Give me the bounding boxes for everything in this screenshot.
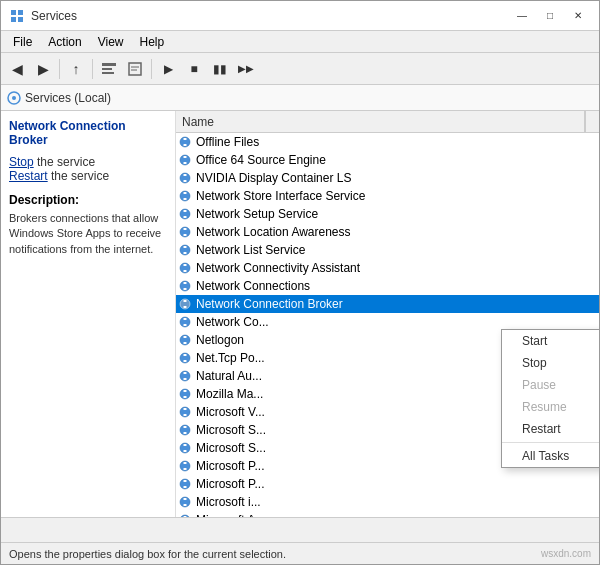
service-row[interactable]: Network Connectivity Assistant (176, 259, 599, 277)
toolbar: ◀ ▶ ↑ ▶ ■ ▮▮ ▶▶ (1, 53, 599, 85)
service-name: Network Setup Service (196, 207, 318, 221)
service-name: Natural Au... (196, 369, 262, 383)
service-name: Net.Tcp Po... (196, 351, 265, 365)
service-name: Network List Service (196, 243, 305, 257)
restart-service-button[interactable]: ▶▶ (234, 57, 258, 81)
address-bar: Services (Local) (1, 85, 599, 111)
title-bar-left: Services (9, 8, 77, 24)
scroll-header-spacer (585, 111, 599, 132)
service-icon (178, 369, 192, 383)
svg-rect-20 (184, 180, 187, 182)
pause-service-button[interactable]: ▮▮ (208, 57, 232, 81)
svg-rect-14 (184, 144, 187, 146)
ctx-item-start[interactable]: Start (502, 330, 599, 352)
svg-rect-50 (184, 360, 187, 362)
svg-rect-4 (102, 63, 116, 66)
title-bar: Services — □ ✕ (1, 1, 599, 31)
svg-rect-53 (184, 378, 187, 380)
restart-suffix: the service (51, 169, 109, 183)
service-row[interactable]: Network Connection Broker (176, 295, 599, 313)
toolbar-sep-2 (92, 59, 93, 79)
service-name: Network Connectivity Assistant (196, 261, 360, 275)
service-row[interactable]: Network Connections (176, 277, 599, 295)
svg-rect-44 (184, 324, 187, 326)
menu-bar: File Action View Help (1, 31, 599, 53)
bottom-area: Opens the properties dialog box for the … (1, 517, 599, 564)
maximize-button[interactable]: □ (537, 5, 563, 27)
up-button[interactable]: ↑ (64, 57, 88, 81)
svg-rect-76 (184, 516, 187, 517)
service-name: Microsoft S... (196, 423, 266, 437)
services-header: Name (176, 111, 599, 133)
restart-link[interactable]: Restart (9, 169, 48, 183)
service-icon (178, 477, 192, 491)
menu-help[interactable]: Help (132, 33, 173, 51)
service-row[interactable]: Network Setup Service (176, 205, 599, 223)
svg-rect-0 (11, 10, 16, 15)
toolbar-sep-1 (59, 59, 60, 79)
svg-rect-40 (184, 300, 187, 302)
forward-button[interactable]: ▶ (31, 57, 55, 81)
show-hide-button[interactable] (97, 57, 121, 81)
svg-rect-52 (184, 372, 187, 374)
ctx-label: Stop (522, 356, 547, 370)
ctx-item-stop[interactable]: Stop (502, 352, 599, 374)
svg-rect-38 (184, 288, 187, 290)
stop-service-button[interactable]: ■ (182, 57, 206, 81)
watermark: wsxdn.com (541, 548, 591, 559)
service-row[interactable]: Offline Files (176, 133, 599, 151)
svg-rect-56 (184, 396, 187, 398)
svg-rect-35 (184, 270, 187, 272)
ctx-item-resume: Resume (502, 396, 599, 418)
service-icon (178, 351, 192, 365)
service-row[interactable]: Microsoft A... (176, 511, 599, 517)
svg-rect-5 (102, 68, 112, 70)
service-name: Network Co... (196, 315, 269, 329)
col-header-name[interactable]: Name (176, 111, 585, 132)
svg-rect-46 (184, 336, 187, 338)
ctx-label: Start (522, 334, 547, 348)
service-icon (178, 261, 192, 275)
svg-rect-3 (18, 17, 23, 22)
service-row[interactable]: Office 64 Source Engine (176, 151, 599, 169)
menu-action[interactable]: Action (40, 33, 89, 51)
svg-rect-47 (184, 342, 187, 344)
svg-rect-7 (129, 63, 141, 75)
service-icon (178, 513, 192, 517)
minimize-button[interactable]: — (509, 5, 535, 27)
properties-button[interactable] (123, 57, 147, 81)
svg-rect-65 (184, 450, 187, 452)
svg-rect-43 (184, 318, 187, 320)
left-panel: Network Connection Broker Stop the servi… (1, 111, 176, 517)
svg-rect-19 (184, 174, 187, 176)
service-icon (178, 423, 192, 437)
start-service-button[interactable]: ▶ (156, 57, 180, 81)
service-name: Microsoft P... (196, 459, 264, 473)
back-button[interactable]: ◀ (5, 57, 29, 81)
service-row[interactable]: NVIDIA Display Container LS (176, 169, 599, 187)
tabs-bar (1, 518, 599, 542)
service-icon (178, 459, 192, 473)
close-button[interactable]: ✕ (565, 5, 591, 27)
svg-rect-67 (184, 462, 187, 464)
restart-service-line: Restart the service (9, 169, 167, 183)
service-row[interactable]: Network List Service (176, 241, 599, 259)
menu-view[interactable]: View (90, 33, 132, 51)
address-text: Services (Local) (25, 91, 111, 105)
ctx-item-all-tasks[interactable]: All Tasks► (502, 445, 599, 467)
svg-rect-17 (184, 162, 187, 164)
title-bar-controls: — □ ✕ (509, 5, 591, 27)
service-row[interactable]: Network Location Awareness (176, 223, 599, 241)
menu-file[interactable]: File (5, 33, 40, 51)
service-row[interactable]: Network Store Interface Service (176, 187, 599, 205)
right-panel: Name Offline FilesOffice 64 Source Engin… (176, 111, 599, 517)
ctx-item-restart[interactable]: Restart (502, 418, 599, 440)
context-menu: StartStopPauseResumeRestartAll Tasks► (501, 329, 599, 468)
service-row[interactable]: Microsoft P... (176, 475, 599, 493)
service-row[interactable]: Microsoft i... (176, 493, 599, 511)
svg-rect-62 (184, 432, 187, 434)
svg-rect-68 (184, 468, 187, 470)
stop-link[interactable]: Stop (9, 155, 34, 169)
panel-description: Description: Brokers connections that al… (9, 193, 167, 257)
service-icon (178, 171, 192, 185)
